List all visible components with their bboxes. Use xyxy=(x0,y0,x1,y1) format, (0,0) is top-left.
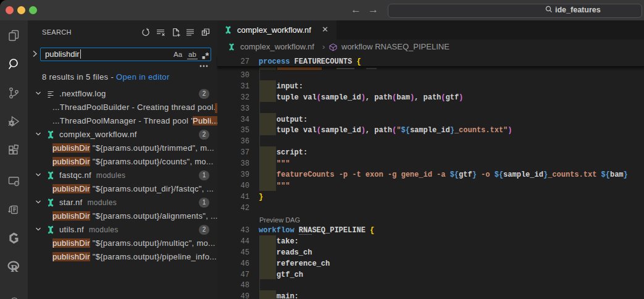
svg-text:R: R xyxy=(10,263,19,274)
